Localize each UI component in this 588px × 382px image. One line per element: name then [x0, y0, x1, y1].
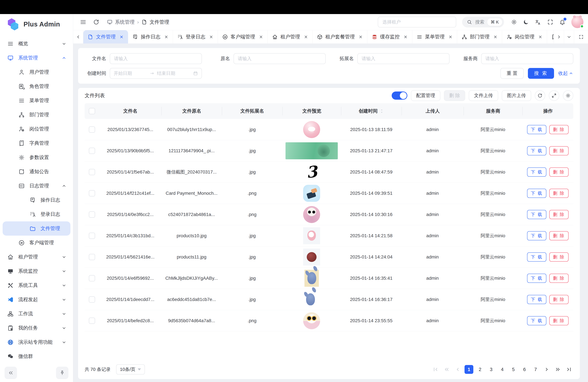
collapse-form-link[interactable]: 收起 [558, 70, 573, 77]
last-page-button[interactable] [565, 365, 573, 374]
global-search-button[interactable]: 搜索 ⌘ K [462, 17, 504, 27]
download-button[interactable]: 下 载 [527, 168, 546, 177]
sidebar-item-5[interactable]: 部门管理 [3, 108, 70, 122]
page-button-6[interactable]: 6 [520, 365, 529, 374]
sidebar-item-8[interactable]: 参数设置 [3, 150, 70, 165]
sidebar-item-3[interactable]: 角色管理 [3, 79, 70, 93]
row-checkbox[interactable] [89, 233, 95, 239]
fullscreen-button[interactable] [544, 16, 556, 28]
tab-9[interactable]: 岗位管理 [502, 30, 547, 43]
sidebar-item-7[interactable]: 字典管理 [3, 136, 70, 150]
delete-button[interactable]: 删 除 [549, 189, 568, 198]
sidebar-item-22[interactable]: 微信群 [3, 349, 70, 363]
page-button-4[interactable]: 4 [498, 365, 507, 374]
download-button[interactable]: 下 载 [527, 189, 546, 198]
tab-6[interactable]: 缓存监控 [367, 30, 412, 43]
field-input-3[interactable] [481, 53, 573, 64]
tab-1[interactable]: 操作日志 [128, 30, 173, 43]
preview-image[interactable] [303, 185, 320, 202]
row-checkbox[interactable] [89, 297, 95, 303]
sidebar-item-11[interactable]: 操作日志 [3, 193, 70, 207]
first-page-button[interactable] [431, 365, 440, 374]
logo[interactable]: Plus Admin [0, 14, 73, 34]
tabs-scroll-left-button[interactable] [73, 30, 83, 43]
delete-button[interactable]: 删 除 [549, 231, 568, 240]
sidebar-item-15[interactable]: 租户管理 [3, 250, 70, 264]
row-checkbox[interactable] [89, 148, 95, 154]
sidebar-item-6[interactable]: 岗位管理 [3, 122, 70, 136]
download-button[interactable]: 下 载 [527, 274, 546, 283]
delete-button[interactable]: 删 除 [549, 316, 568, 325]
delete-button[interactable]: 删 除 [549, 146, 568, 155]
preview-image[interactable] [303, 291, 320, 308]
page-button-2[interactable]: 2 [476, 365, 484, 374]
sidebar-item-2[interactable]: 用户管理 [3, 65, 70, 79]
sidebar-item-16[interactable]: 系统监控 [3, 264, 70, 278]
upload-file-button[interactable]: 文件上传 [469, 90, 498, 101]
reset-button[interactable]: 重 置 [501, 68, 524, 79]
close-icon[interactable] [164, 35, 168, 39]
next-page-button[interactable] [542, 365, 551, 374]
preview-image[interactable]: 3 [303, 164, 320, 181]
preview-image[interactable] [303, 227, 320, 244]
row-checkbox[interactable] [89, 127, 95, 133]
sidebar-item-9[interactable]: 通知公告 [3, 165, 70, 179]
row-checkbox[interactable] [89, 169, 95, 175]
jump-forward-button[interactable] [553, 365, 562, 374]
tab-10[interactable]: 字典管理 [547, 30, 554, 43]
download-button[interactable]: 下 载 [527, 231, 546, 240]
settings-button[interactable] [508, 16, 520, 28]
date-range-input[interactable]: 开始日期 结束日期 [110, 68, 202, 79]
field-input-0[interactable] [110, 53, 202, 64]
tab-0[interactable]: 文件管理 [83, 30, 128, 43]
page-size-select[interactable]: 10条/页 [116, 364, 145, 375]
breadcrumb-item-system[interactable]: 系统管理 [107, 19, 135, 25]
refresh-page-button[interactable] [93, 19, 100, 25]
page-button-5[interactable]: 5 [509, 365, 518, 374]
download-button[interactable]: 下 载 [527, 316, 546, 325]
preview-image[interactable] [303, 312, 320, 329]
close-icon[interactable] [448, 35, 453, 39]
sidebar-item-14[interactable]: 客户端管理 [3, 236, 70, 250]
column-settings-button[interactable] [563, 90, 573, 101]
download-button[interactable]: 下 载 [527, 125, 546, 134]
preview-image[interactable] [286, 142, 338, 159]
sidebar-item-10[interactable]: 日志管理 [3, 179, 70, 193]
sidebar-item-19[interactable]: 工作流 [3, 307, 70, 321]
field-input-1[interactable] [233, 53, 326, 64]
row-checkbox[interactable] [89, 275, 95, 281]
notifications-button[interactable] [556, 16, 568, 28]
close-icon[interactable] [538, 35, 543, 39]
tabs-menu-button[interactable] [564, 30, 574, 43]
collapse-sidebar-button[interactable] [5, 367, 17, 379]
row-checkbox[interactable] [89, 190, 95, 196]
upload-image-button[interactable]: 图片上传 [502, 90, 531, 101]
search-button[interactable]: 搜 索 [528, 68, 554, 79]
sidebar-item-17[interactable]: 系统工具 [3, 278, 70, 293]
download-button[interactable]: 下 载 [527, 253, 546, 262]
tab-8[interactable]: 部门管理 [457, 30, 502, 43]
content-fullscreen-button[interactable] [574, 30, 588, 43]
pin-sidebar-button[interactable] [56, 367, 68, 379]
close-icon[interactable] [259, 35, 263, 39]
select-all-checkbox[interactable] [89, 108, 95, 114]
close-icon[interactable] [209, 35, 213, 39]
close-icon[interactable] [403, 35, 408, 39]
tenant-select-input[interactable] [378, 17, 456, 27]
row-checkbox[interactable] [89, 212, 95, 218]
page-button-3[interactable]: 3 [487, 365, 496, 374]
delete-button[interactable]: 删 除 [549, 168, 568, 177]
refresh-table-button[interactable] [535, 90, 545, 101]
sidebar-item-4[interactable]: 菜单管理 [3, 93, 70, 108]
preview-image[interactable] [303, 121, 320, 138]
close-icon[interactable] [493, 35, 498, 39]
breadcrumb-item-file[interactable]: 文件管理 [142, 19, 169, 25]
delete-button[interactable]: 删 除 [549, 125, 568, 134]
delete-button[interactable]: 删 除 [549, 253, 568, 262]
page-button-7[interactable]: 7 [531, 365, 540, 374]
user-avatar[interactable] [571, 16, 583, 28]
row-checkbox[interactable] [89, 318, 95, 324]
preview-image[interactable] [303, 249, 320, 266]
delete-button[interactable]: 删 除 [549, 274, 568, 283]
sidebar-item-13[interactable]: 文件管理 [3, 221, 70, 236]
